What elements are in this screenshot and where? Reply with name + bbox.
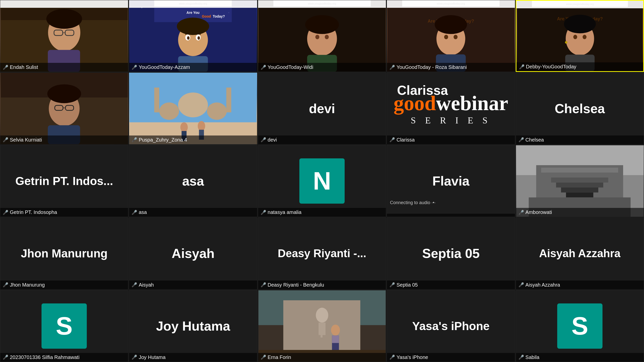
participant-name-endah: Endah Sulist — [10, 64, 38, 70]
svg-point-66 — [207, 103, 227, 120]
name-bar-deasy: 🎤 Deasy Riyanti - Bengkulu — [258, 281, 386, 289]
cell-endah: 🎤 Endah Sulist — [0, 0, 128, 72]
cell-getrin: Getrin PT. Indos... 🎤 Getrin PT. Indosop… — [0, 145, 128, 217]
mic-muted-icon-natasya: 🎤 — [261, 210, 266, 215]
name-bar-silfia: 🎤 20230701336 Silfia Rahmawati — [0, 353, 128, 362]
cell-chelsea: Chelsea 🎤 Chelsea — [516, 72, 644, 144]
ygt-banner-azzam — [129, 0, 257, 8]
svg-point-64 — [178, 93, 208, 117]
mic-muted-icon-silfia: 🎤 — [3, 354, 8, 360]
svg-text:Today?: Today? — [213, 14, 225, 18]
participant-name-joy: Joy Hutama — [139, 354, 166, 360]
name-bar-septia: 🎤 Septia 05 — [387, 281, 515, 289]
display-name-jhon: Jhon Manurung — [18, 244, 110, 263]
connecting-audio-text: Connecting to audio ·•· — [387, 200, 515, 205]
name-bar-debby: 🎤 Debby-YouGoodToday — [516, 62, 643, 71]
svg-point-72 — [198, 121, 205, 131]
name-bar-getrin: 🎤 Getrin PT. Indosopha — [0, 208, 128, 217]
ygt-banner-widi — [258, 0, 386, 8]
name-bar-natasya: 🎤 natasya amalia — [258, 208, 386, 217]
mic-muted-icon-aisyah: 🎤 — [132, 282, 137, 288]
participant-name-amborowati: Amborowati — [526, 209, 552, 215]
display-name-aisyah: Aisyah — [169, 243, 217, 263]
participant-name-silfia: 20230701336 Silfia Rahmawati — [10, 354, 79, 360]
display-name-flavia: Flavia — [430, 171, 472, 191]
participant-name-asa: asa — [139, 209, 147, 215]
avatar-silfia: S — [42, 303, 87, 349]
svg-rect-79 — [551, 177, 608, 183]
participant-name-azzam: YouGoodToday-Azzam — [139, 64, 190, 70]
mic-muted-icon-puspa: 🎤 — [132, 137, 137, 143]
mic-muted-icon-sabila: 🎤 — [518, 354, 524, 360]
webinar-series: S E R I E S — [394, 115, 508, 126]
display-name-yasa: Yasa's iPhone — [410, 317, 492, 335]
mic-muted-icon-septia: 🎤 — [389, 282, 395, 288]
participant-name-clarissa: Clarissa — [396, 137, 415, 143]
cell-deasy: Deasy Riyanti -... 🎤 Deasy Riyanti - Ben… — [258, 217, 386, 289]
cell-selvia: 🎤 Selvia Kurniati — [0, 72, 128, 144]
display-name-getrin: Getrin PT. Indos... — [13, 172, 115, 190]
svg-rect-78 — [546, 172, 613, 177]
avatar-natasya: N — [299, 158, 345, 204]
cell-erna: 🎤 Erna Forin — [258, 290, 386, 362]
svg-point-87 — [316, 308, 328, 323]
name-bar-clarissa: 🎤 Clarissa — [387, 135, 515, 144]
name-bar-roza: 🎤 YouGoodToday - Roza Sibarani — [387, 63, 515, 72]
display-name-aisyah-azzahra: Aisyah Azzahra — [537, 245, 623, 262]
cell-jhon: Jhon Manurung 🎤 Jhon Manurung — [0, 217, 128, 289]
participant-name-septia: Septia 05 — [396, 282, 418, 288]
display-name-asa: asa — [180, 171, 207, 191]
name-bar-asa: 🎤 asa — [129, 208, 257, 217]
ygt-banner-endah — [0, 0, 128, 8]
svg-point-24 — [197, 36, 200, 40]
participant-name-roza: YouGoodToday - Roza Sibarani — [396, 64, 467, 70]
cell-natasya: N 🎤 natasya amalia — [258, 145, 386, 217]
mic-muted-icon-azzam: 🎤 — [132, 65, 137, 70]
video-grid: 🎤 Endah Sulist www.yougoodtoday.org Are … — [0, 0, 644, 362]
cell-azzam: www.yougoodtoday.org Are You Good Today? — [129, 0, 257, 72]
svg-rect-80 — [556, 183, 603, 188]
svg-point-23 — [187, 36, 190, 40]
ygt-banner-roza — [387, 0, 515, 8]
svg-rect-90 — [323, 335, 326, 347]
participant-name-yasa: Yasa's iPhone — [396, 354, 428, 360]
participant-name-aisyah: Aisyah — [139, 282, 154, 288]
avatar-sabila: S — [557, 303, 602, 349]
cell-widi: www.yougoodtoday.org Y TODAY 🎤 YouGoodTo… — [258, 0, 386, 72]
mic-muted-icon-widi: 🎤 — [261, 65, 266, 70]
display-name-septia: Septia 05 — [420, 243, 482, 263]
participant-name-debby: Debby-YouGoodToday — [526, 64, 577, 70]
cell-puspa: 🎤 Puspa_Zuhry_Zona 4 — [129, 72, 257, 144]
svg-rect-93 — [332, 335, 339, 343]
cell-devi: devi 🎤 devi — [258, 72, 386, 144]
name-bar-azzam: 🎤 YouGoodToday-Azzam — [129, 63, 257, 72]
mic-muted-icon-deasy: 🎤 — [261, 282, 266, 288]
mic-muted-icon-aisyah-azzahra: 🎤 — [518, 282, 524, 288]
cell-clarissa: Clarissa good webinar S E R I E S 🎤 Clar… — [387, 72, 515, 144]
display-name-chelsea: Chelsea — [552, 99, 607, 119]
participant-name-aisyah-azzahra: Aisyah Azzahra — [526, 282, 560, 288]
display-name-deasy: Deasy Riyanti -... — [275, 245, 369, 262]
svg-point-51 — [565, 41, 567, 44]
mic-muted-icon-asa: 🎤 — [132, 210, 137, 215]
cell-aisyah-azzahra: Aisyah Azzahra 🎤 Aisyah Azzahra — [516, 217, 644, 289]
mic-muted-icon-yasa: 🎤 — [389, 354, 395, 360]
cell-aisyah: Aisyah 🎤 Aisyah — [129, 217, 257, 289]
cell-yasa: Yasa's iPhone 🎤 Yasa's iPhone — [387, 290, 515, 362]
mic-muted-icon-getrin: 🎤 — [3, 210, 8, 215]
mic-muted-icon-chelsea: 🎤 — [518, 137, 524, 143]
mic-muted-icon-clarissa: 🎤 — [389, 137, 395, 143]
svg-rect-67 — [154, 88, 159, 113]
name-bar-joy: 🎤 Joy Hutama — [129, 353, 257, 362]
cell-flavia: Flavia Connecting to audio ·•· — [387, 145, 515, 217]
svg-rect-89 — [317, 335, 320, 347]
svg-point-42 — [444, 35, 448, 39]
svg-rect-77 — [541, 168, 618, 173]
svg-point-52 — [573, 35, 577, 39]
name-bar-endah: 🎤 Endah Sulist — [0, 63, 128, 72]
svg-text:Are You: Are You — [187, 11, 200, 15]
svg-point-20 — [177, 18, 209, 35]
svg-rect-82 — [566, 192, 593, 197]
mic-muted-icon-jhon: 🎤 — [3, 282, 8, 288]
mic-muted-icon-erna: 🎤 — [261, 354, 266, 360]
